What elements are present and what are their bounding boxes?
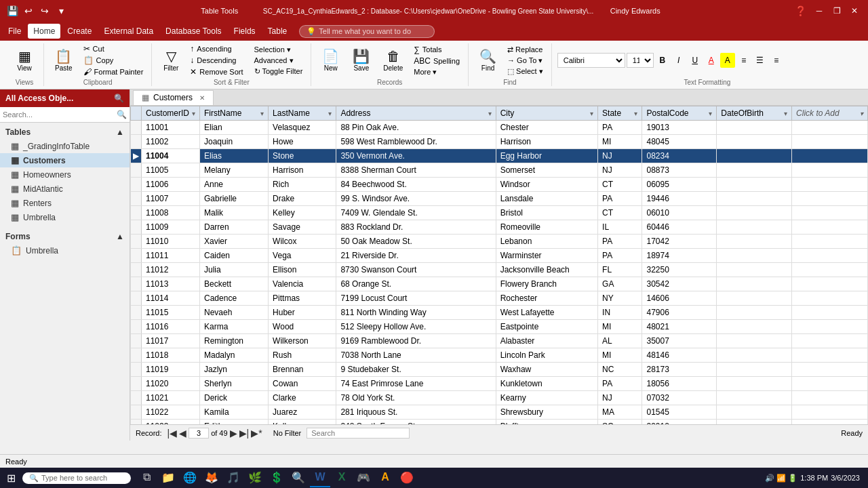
table-row[interactable]: 11007GabrielleDrake99 S. Windsor Ave.Lan…: [131, 192, 868, 206]
cell-customerid[interactable]: 11018: [142, 348, 200, 363]
cell-firstname[interactable]: Malik: [200, 206, 269, 220]
tell-me-box[interactable]: 💡: [299, 25, 435, 38]
table-row[interactable]: 11016KarmaWood512 Sleepy Hollow Ave.East…: [131, 320, 868, 334]
cell-state[interactable]: MI: [598, 348, 642, 363]
remove-sort-button[interactable]: ✕ Remove Sort: [187, 66, 245, 77]
row-selector[interactable]: [131, 121, 142, 135]
customers-tab[interactable]: ▦ Customers ✕: [133, 90, 214, 105]
cell-postalcode[interactable]: 06010: [642, 206, 717, 220]
save-button[interactable]: 💾 Save: [347, 47, 375, 75]
table-row[interactable]: 11010XavierWilcox50 Oak Meadow St.Lebano…: [131, 235, 868, 249]
table-row[interactable]: ▶11004EliasStone350 Vermont Ave.Egg Harb…: [131, 149, 868, 163]
col-header-address[interactable]: Address▾: [336, 106, 496, 121]
cell-firstname[interactable]: Darren: [200, 220, 269, 235]
cell-address[interactable]: 7038 North Lane: [336, 348, 496, 363]
cell-customerid[interactable]: 11015: [142, 306, 200, 320]
cell-firstname[interactable]: Nevaeh: [200, 306, 269, 320]
cell-dob[interactable]: [717, 235, 792, 249]
cell-postalcode[interactable]: 06095: [642, 178, 717, 192]
cell-postalcode[interactable]: 48045: [642, 135, 717, 149]
cell-dob[interactable]: [717, 121, 792, 135]
minimize-button[interactable]: ─: [811, 4, 827, 18]
cell-address[interactable]: 88 Pin Oak Ave.: [336, 121, 496, 135]
cell-clicktoadd[interactable]: [792, 220, 868, 235]
cell-customerid[interactable]: 11013: [142, 277, 200, 291]
row-selector[interactable]: [131, 163, 142, 178]
cell-postalcode[interactable]: 18974: [642, 249, 717, 263]
cell-postalcode[interactable]: 18056: [642, 377, 717, 391]
cell-city[interactable]: Romeoville: [496, 220, 597, 235]
cell-state[interactable]: PA: [598, 377, 642, 391]
replace-button[interactable]: ⇄ Replace: [505, 45, 546, 55]
cell-clicktoadd[interactable]: [792, 348, 868, 363]
cell-firstname[interactable]: Elian: [200, 121, 269, 135]
menu-file[interactable]: File: [3, 24, 26, 39]
cell-postalcode[interactable]: 19013: [642, 121, 717, 135]
menu-external-data[interactable]: External Data: [98, 24, 159, 39]
cell-city[interactable]: Kunkletown: [496, 377, 597, 391]
toggle-filter-button[interactable]: ↻ Toggle Filter: [252, 66, 306, 77]
cell-dob[interactable]: [717, 348, 792, 363]
cell-customerid[interactable]: 11001: [142, 121, 200, 135]
cell-city[interactable]: Windsor: [496, 178, 597, 192]
cell-city[interactable]: Bluffton: [496, 420, 597, 425]
row-selector[interactable]: [131, 277, 142, 291]
cell-lastname[interactable]: Cowan: [269, 377, 336, 391]
cell-customerid[interactable]: 11020: [142, 377, 200, 391]
cell-postalcode[interactable]: 19446: [642, 192, 717, 206]
row-selector[interactable]: [131, 320, 142, 334]
row-selector[interactable]: [131, 235, 142, 249]
restore-button[interactable]: ❒: [829, 4, 845, 18]
cell-clicktoadd[interactable]: [792, 277, 868, 291]
cell-city[interactable]: Eastpointe: [496, 320, 597, 334]
cell-city[interactable]: Flowery Branch: [496, 277, 597, 291]
cell-customerid[interactable]: 11017: [142, 334, 200, 348]
more-button[interactable]: More ▾: [411, 67, 462, 77]
menu-table[interactable]: Table: [262, 24, 293, 39]
cell-lastname[interactable]: Huber: [269, 306, 336, 320]
table-row[interactable]: 11019JazlynBrennan9 Studebaker St.Waxhaw…: [131, 363, 868, 377]
cell-customerid[interactable]: 11012: [142, 263, 200, 277]
row-selector[interactable]: [131, 348, 142, 363]
table-row[interactable]: 11014CadencePittmas7199 Locust CourtRoch…: [131, 291, 868, 306]
cell-dob[interactable]: [717, 363, 792, 377]
cell-lastname[interactable]: Juarez: [269, 405, 336, 420]
new-button[interactable]: 📄 New: [317, 47, 344, 75]
row-selector[interactable]: [131, 249, 142, 263]
col-header-firstname[interactable]: FirstName▾: [200, 106, 269, 121]
cell-clicktoadd[interactable]: [792, 121, 868, 135]
tables-section-header[interactable]: Tables ▲: [0, 125, 130, 139]
highlight-button[interactable]: A: [720, 53, 735, 68]
cell-lastname[interactable]: Drake: [269, 192, 336, 206]
cell-firstname[interactable]: Joaquin: [200, 135, 269, 149]
cell-dob[interactable]: [717, 163, 792, 178]
redo-icon[interactable]: ↪: [38, 4, 52, 18]
cell-address[interactable]: 68 Orange St.: [336, 277, 496, 291]
cell-city[interactable]: Shrewsbury: [496, 405, 597, 420]
cell-postalcode[interactable]: 07032: [642, 391, 717, 405]
menu-create[interactable]: Create: [62, 24, 97, 39]
cell-firstname[interactable]: Madalyn: [200, 348, 269, 363]
cell-postalcode[interactable]: 48021: [642, 320, 717, 334]
row-selector[interactable]: [131, 206, 142, 220]
row-selector[interactable]: [131, 291, 142, 306]
row-selector[interactable]: [131, 420, 142, 425]
cell-dob[interactable]: [717, 405, 792, 420]
cell-address[interactable]: 7409 W. Glendale St.: [336, 206, 496, 220]
cell-firstname[interactable]: Karma: [200, 320, 269, 334]
table-row[interactable]: 11011CaidenVega21 Riverside Dr.Warminste…: [131, 249, 868, 263]
align-left-button[interactable]: ≡: [736, 53, 751, 68]
cell-dob[interactable]: [717, 420, 792, 425]
cell-firstname[interactable]: Jazlyn: [200, 363, 269, 377]
cell-customerid[interactable]: 11023: [142, 420, 200, 425]
cell-clicktoadd[interactable]: [792, 149, 868, 163]
cell-city[interactable]: Egg Harbor: [496, 149, 597, 163]
row-selector[interactable]: [131, 334, 142, 348]
table-row[interactable]: 11013BeckettValencia68 Orange St.Flowery…: [131, 277, 868, 291]
row-selector[interactable]: [131, 220, 142, 235]
col-header-postalcode[interactable]: PostalCode▾: [642, 106, 717, 121]
cell-customerid[interactable]: 11008: [142, 206, 200, 220]
cell-postalcode[interactable]: 08234: [642, 149, 717, 163]
table-row[interactable]: 11020SherlynCowan74 East Primrose LaneKu…: [131, 377, 868, 391]
cell-lastname[interactable]: Stone: [269, 149, 336, 163]
